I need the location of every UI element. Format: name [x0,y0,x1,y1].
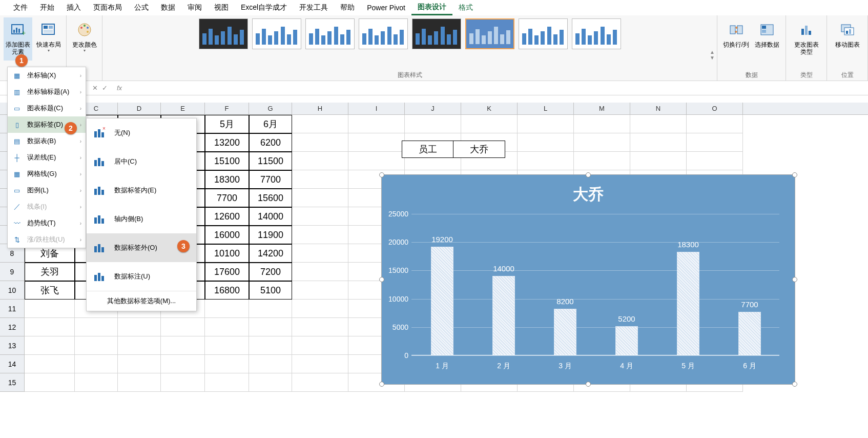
cell[interactable] [75,318,118,336]
chart-bar[interactable]: 5200 [615,214,638,355]
cell[interactable] [574,115,630,133]
cell[interactable] [118,373,161,392]
cell[interactable] [292,189,348,207]
formula-bar[interactable]: ✕ ✓ fx [0,81,868,95]
row-header[interactable]: 12 [0,318,25,336]
resize-handle[interactable] [379,277,384,282]
tab-chart-design[interactable]: 图表设计 [411,1,452,15]
chart-bar[interactable]: 14000 [492,214,515,355]
cell[interactable] [292,170,348,189]
cell[interactable]: 15600 [249,189,292,207]
fx-icon[interactable]: fx [117,84,122,92]
cell[interactable] [75,336,118,355]
row-header[interactable]: 15 [0,373,25,392]
cell[interactable] [161,373,205,392]
row-header[interactable]: 10 [0,281,25,300]
column-header[interactable]: L [518,103,574,114]
cell[interactable] [249,336,292,355]
column-header[interactable]: N [630,103,687,114]
change-colors-button[interactable]: 更改颜色 ▾ [70,17,99,53]
change-chart-type-button[interactable]: 更改图表类型 [792,17,821,56]
cell[interactable]: 11900 [249,226,292,244]
resize-handle[interactable] [792,172,797,177]
row-header[interactable]: 11 [0,300,25,318]
tab-review[interactable]: 审阅 [181,1,208,14]
cell[interactable] [292,355,348,373]
cell[interactable] [25,355,75,373]
cancel-icon[interactable]: ✕ [92,84,98,92]
chart-style-5[interactable] [412,18,461,49]
tab-help[interactable]: 帮助 [334,1,361,14]
tab-file[interactable]: 文件 [7,1,34,14]
cell[interactable] [205,336,249,355]
chart-style-4[interactable] [359,18,408,49]
menu-data-table[interactable]: ▤数据表(B)› [8,133,86,149]
cell[interactable] [630,152,687,170]
cell[interactable] [75,355,118,373]
cell[interactable] [292,244,348,263]
menu-chart-title[interactable]: ▭图表标题(C)› [8,100,86,116]
add-chart-element-button[interactable]: + 添加图表元素 ▾ [4,17,32,61]
cell[interactable] [118,336,161,355]
cell[interactable] [118,318,161,336]
cell[interactable] [348,115,405,133]
cell[interactable] [249,318,292,336]
column-header[interactable]: I [348,103,405,114]
cell[interactable] [118,355,161,373]
cell[interactable]: 关羽 [25,263,75,281]
tab-view[interactable]: 视图 [208,1,235,14]
tab-powerpivot[interactable]: Power Pivot [361,2,411,14]
column-header[interactable]: J [405,103,461,114]
chart-style-6[interactable] [465,18,514,49]
cell[interactable] [249,355,292,373]
cell[interactable] [348,152,405,170]
tab-format[interactable]: 格式 [452,1,479,14]
cell[interactable] [205,300,249,318]
column-header[interactable]: F [205,103,249,114]
tab-insert[interactable]: 插入 [60,1,87,14]
cell[interactable] [25,300,75,318]
resize-handle[interactable] [792,382,797,387]
cell[interactable] [75,373,118,392]
cell[interactable] [687,115,743,133]
move-chart-button[interactable]: 移动图表 [833,17,862,48]
chart-style-2[interactable] [252,18,301,49]
cell[interactable] [161,318,205,336]
chart-bar[interactable]: 19200 [431,214,453,355]
column-header[interactable]: K [461,103,518,114]
switch-rowcol-button[interactable]: 切换行/列 [722,17,751,48]
cell[interactable]: 5月 [205,115,249,133]
menu-gridlines[interactable]: ▦网格线(G)› [8,166,86,182]
chart-plot-area[interactable]: 0500010000150002000025000192001 月140002 … [411,214,779,355]
cell[interactable] [348,133,405,152]
row-header[interactable]: 9 [0,263,25,281]
cell[interactable]: 14000 [249,207,292,226]
cell[interactable] [292,207,348,226]
cell[interactable] [292,336,348,355]
cell[interactable] [292,152,348,170]
menu-legend[interactable]: ▭图例(L)› [8,182,86,198]
tab-formula[interactable]: 公式 [128,1,155,14]
cell[interactable]: 7700 [249,170,292,189]
column-header[interactable]: D [118,103,161,114]
cell[interactable]: 6200 [249,133,292,152]
cell[interactable] [205,373,249,392]
menu-axes[interactable]: ▦坐标轴(X)› [8,67,86,84]
menu-axis-titles[interactable]: ▥坐标轴标题(A)› [8,84,86,100]
cell[interactable] [249,300,292,318]
tab-custom[interactable]: Excel自学成才 [235,1,293,14]
cell[interactable] [292,226,348,244]
cell[interactable] [161,336,205,355]
column-header[interactable]: G [249,103,292,114]
cell[interactable] [25,336,75,355]
quick-layout-button[interactable]: 快速布局 ▾ [34,17,63,53]
menu-trendline[interactable]: 〰趋势线(T)› [8,215,86,231]
chart-bar[interactable]: 18300 [677,214,699,355]
resize-handle[interactable] [792,277,797,282]
chart-title[interactable]: 大乔 [382,175,795,205]
cell[interactable] [292,373,348,392]
cell[interactable] [574,133,630,152]
tab-home[interactable]: 开始 [34,1,60,14]
submenu-inside-base[interactable]: 轴内侧(B) [87,205,196,233]
resize-handle[interactable] [586,172,591,177]
